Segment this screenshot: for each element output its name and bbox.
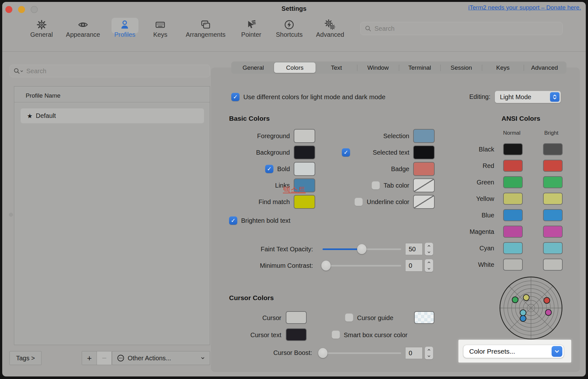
editing-mode-value: Light Mode [500, 93, 531, 101]
toolbar-item-label: General [30, 31, 53, 38]
cursor-guide-label: Cursor guide [357, 314, 393, 322]
ansi-white-normal-swatch[interactable] [503, 259, 523, 271]
smart-box-cursor-label: Smart box cursor color [344, 331, 407, 339]
cursor-guide-checkbox[interactable] [345, 313, 353, 322]
ansi-yellow-normal-swatch[interactable] [503, 193, 523, 205]
brighten-bold-label: Brighten bold text [241, 217, 291, 224]
add-profile-button[interactable]: + [82, 351, 97, 365]
profile-row-selected[interactable]: ★ Default [21, 108, 204, 123]
editing-mode-popup[interactable]: Light Mode [495, 91, 561, 103]
ansi-green-normal-swatch[interactable] [503, 176, 523, 188]
eye-icon [77, 19, 89, 30]
tab-session[interactable]: Session [441, 61, 482, 74]
cursor-guide-swatch[interactable] [414, 311, 434, 324]
toolbar-item-label: Keys [153, 31, 167, 38]
ansi-red-bright-swatch[interactable] [543, 160, 563, 172]
minimum-contrast-stepper[interactable] [425, 259, 433, 272]
ansi-normal-column-label: Normal [503, 130, 521, 136]
plus-icon: + [87, 353, 92, 363]
wheel-dot-yellow[interactable] [523, 295, 529, 301]
tab-color-row: Tab color [342, 179, 435, 192]
color-wheel[interactable] [499, 276, 563, 340]
toolbar-item-advanced[interactable]: Advanced [316, 19, 344, 38]
ansi-magenta-bright-swatch[interactable] [543, 226, 563, 238]
chevron-down-icon [426, 267, 431, 271]
find-match-swatch[interactable] [294, 195, 315, 209]
ansi-blue-bright-swatch[interactable] [543, 209, 563, 221]
badge-row: Badge [342, 163, 435, 175]
bold-checkbox[interactable]: ✓ [265, 165, 273, 173]
tab-advanced[interactable]: Advanced [524, 61, 565, 74]
cursor-boost-stepper[interactable] [425, 347, 433, 359]
tab-terminal[interactable]: Terminal [399, 61, 440, 74]
foreground-swatch[interactable] [294, 129, 315, 143]
cursor-boost-slider-thumb[interactable] [318, 348, 328, 358]
background-swatch[interactable] [294, 145, 315, 159]
toolbar-item-keys[interactable]: Keys [153, 19, 167, 38]
selected-text-checkbox[interactable]: ✓ [342, 148, 350, 157]
ansi-magenta-normal-swatch[interactable] [503, 226, 523, 238]
cursor-boost-slider[interactable] [319, 352, 401, 354]
ansi-black-bright-swatch[interactable] [543, 143, 563, 155]
ansi-cyan-normal-swatch[interactable] [503, 242, 523, 254]
badge-swatch[interactable] [413, 162, 435, 176]
other-actions-dropdown[interactable]: Other Actions... [112, 351, 210, 365]
ansi-green-bright-swatch[interactable] [543, 176, 563, 188]
wheel-dot-magenta[interactable] [546, 310, 552, 316]
tab-colors[interactable]: Colors [274, 62, 315, 73]
toolbar-item-profiles[interactable]: Profiles [114, 19, 136, 38]
faint-opacity-value[interactable]: 50 [405, 243, 423, 255]
search-icon [13, 67, 24, 75]
remove-profile-button[interactable]: − [97, 351, 112, 365]
cursor-text-swatch[interactable] [286, 328, 307, 341]
wheel-dot-blue[interactable] [520, 316, 526, 322]
tab-color-swatch[interactable] [413, 178, 435, 192]
selection-swatch[interactable] [413, 129, 435, 143]
underline-color-swatch[interactable] [413, 195, 435, 209]
tab-window[interactable]: Window [357, 61, 399, 74]
tab-keys[interactable]: Keys [482, 61, 523, 74]
ansi-blue-normal-swatch[interactable] [503, 209, 523, 221]
tab-text[interactable]: Text [316, 61, 357, 74]
selected-text-swatch[interactable] [413, 145, 435, 159]
ansi-white-bright-swatch[interactable] [543, 259, 563, 271]
tab-general[interactable]: General [233, 61, 274, 74]
wheel-dot-green[interactable] [512, 297, 518, 303]
underline-color-checkbox[interactable] [355, 198, 363, 206]
basic-colors-heading: Basic Colors [229, 115, 270, 122]
toolbar-item-pointer[interactable]: Pointer [241, 19, 261, 38]
faint-opacity-slider-thumb[interactable] [357, 244, 367, 254]
person-icon [119, 19, 131, 30]
sidebar-search-input[interactable]: Search [10, 65, 210, 77]
toolbar-item-appearance[interactable]: Appearance [66, 19, 100, 38]
use-different-colors-checkbox[interactable]: ✓ [231, 93, 240, 101]
ansi-white-label: White [437, 261, 494, 268]
ansi-red-normal-swatch[interactable] [503, 160, 523, 172]
ansi-black-normal-swatch[interactable] [503, 143, 523, 155]
add-remove-group: + − [82, 351, 112, 365]
toolbar-item-general[interactable]: General [30, 19, 53, 38]
tab-color-checkbox[interactable] [372, 181, 380, 190]
wheel-dot-cyan[interactable] [520, 310, 526, 316]
minimum-contrast-slider[interactable] [323, 265, 401, 267]
ansi-yellow-bright-swatch[interactable] [543, 193, 563, 205]
minimum-contrast-slider-thumb[interactable] [321, 260, 331, 271]
brighten-bold-row: ✓ Brighten bold text [229, 214, 291, 227]
bold-swatch[interactable] [294, 162, 315, 176]
wheel-dot-red[interactable] [544, 298, 550, 304]
brighten-bold-checkbox[interactable]: ✓ [229, 216, 237, 225]
ansi-cyan-bright-swatch[interactable] [543, 242, 563, 254]
cursor-boost-value[interactable]: 0 [405, 347, 423, 359]
cursor-swatch[interactable] [286, 311, 307, 324]
smart-box-cursor-checkbox[interactable] [332, 331, 340, 339]
donate-link[interactable]: iTerm2 needs your support – Donate here. [468, 4, 581, 11]
toolbar-item-arrangements[interactable]: Arrangements [186, 19, 226, 38]
color-presets-dropdown[interactable]: Color Presets... [463, 345, 564, 358]
toolbar-search-input[interactable]: Search [360, 22, 563, 35]
minimum-contrast-value[interactable]: 0 [405, 260, 423, 272]
tags-button[interactable]: Tags > [10, 351, 42, 365]
faint-opacity-stepper[interactable] [425, 243, 433, 255]
toolbar-item-shortcuts[interactable]: Shortcuts [276, 19, 303, 38]
ansi-green-label: Green [437, 179, 494, 186]
check-icon: ✓ [267, 165, 272, 172]
